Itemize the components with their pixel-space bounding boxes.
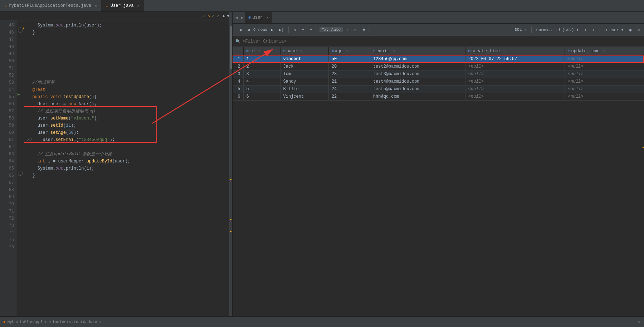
- cell-age-6: 22: [328, 93, 370, 101]
- sort-icon-id[interactable]: ⇅: [258, 49, 260, 54]
- code-line-58: user.setName("vincent");: [27, 115, 232, 122]
- sort-icon-create-time[interactable]: ⇅: [503, 49, 506, 54]
- gear-icon[interactable]: ⚙: [638, 319, 640, 324]
- line-numbers: 4546474849 5051525354 5556575859 6061626…: [0, 20, 17, 316]
- check-icon: ✓: [212, 14, 215, 18]
- db-tab-bar: ◀ ▶ ⊞ user ✕: [233, 12, 644, 24]
- cell-email-3: test3@baomidou.com: [370, 70, 465, 78]
- tab-mybatis-close[interactable]: ✕: [95, 4, 97, 8]
- cell-row-num-4: 4: [233, 78, 243, 86]
- col-header-email[interactable]: ⊞email ⇅: [370, 47, 465, 55]
- col-icon-email: ⊞: [373, 49, 375, 53]
- toolbar-sep-3: [370, 26, 370, 33]
- code-line-52: [27, 72, 232, 79]
- nav-down-icon[interactable]: ▼: [227, 14, 229, 18]
- code-line-68: [27, 186, 232, 194]
- db-tab-user[interactable]: ⊞ user ✕: [245, 12, 272, 23]
- code-mini-scrollbar[interactable]: [229, 20, 232, 316]
- cell-email-4: test4@baomidou.com: [370, 78, 465, 86]
- java-icon-mybatis: ☕: [4, 4, 7, 8]
- export-download[interactable]: ⬇: [582, 27, 589, 33]
- table-row[interactable]: 5 5 Billie 24 test5@baomidou.com <null> …: [233, 86, 644, 93]
- toolbar-add[interactable]: +: [299, 27, 306, 33]
- toolbar-nav-last[interactable]: ▶|: [277, 27, 286, 33]
- toolbar-user[interactable]: ⊞ user ▾: [602, 27, 626, 33]
- toolbar-rollback[interactable]: ↺: [352, 27, 359, 33]
- toolbar-nav-prev[interactable]: ◀: [245, 27, 252, 33]
- code-line-56: User user = new User();: [27, 101, 232, 108]
- cell-id-6: 6: [243, 93, 280, 101]
- status-tab-label[interactable]: MybatisPlusApplicationTests.testUpdate: [8, 320, 97, 324]
- toolbar-settings[interactable]: ⚙: [635, 27, 642, 33]
- code-line-57: // 通过条件自动拼接动态sql: [27, 108, 232, 115]
- col-header-update-time[interactable]: ⊞update_time ⇅: [565, 47, 644, 55]
- toolbar-sep-1: [288, 26, 289, 33]
- code-line-63: // 注意updateById 参数是一个对象: [27, 151, 232, 158]
- cell-name-2: Jack: [280, 63, 328, 70]
- code-line-71: [27, 208, 232, 215]
- code-line-53: //测试更新: [27, 79, 232, 86]
- cell-update-time-1: <null>: [565, 55, 644, 63]
- table-row[interactable]: 4 4 Sandy 21 test4@baomidou.com <null> <…: [233, 78, 644, 86]
- table-row[interactable]: 3 3 Tom 28 test3@baomidou.com <null> <nu…: [233, 70, 644, 78]
- code-content: 4546474849 5051525354 5556575859 6061626…: [0, 20, 232, 316]
- table-row[interactable]: 2 2 Jack 20 test2@baomidou.com <null> <n…: [233, 63, 644, 70]
- col-header-name[interactable]: ⊞name ⇅: [280, 47, 328, 55]
- db-table-icon: ⊞: [248, 15, 250, 20]
- code-line-76: [27, 244, 232, 251]
- col-header-create-time[interactable]: ⊞create_time ⇅: [465, 47, 565, 55]
- cell-age-5: 24: [328, 86, 370, 93]
- cell-row-num-3: 3: [233, 70, 243, 78]
- filter-icon: 🔍: [235, 39, 240, 44]
- editor-area: ⚠ 6 ✓ 2 ▲ ▼ 4546474849 5051525354 555657…: [0, 12, 644, 316]
- tab-user[interactable]: ☕ User.java ✕: [102, 0, 144, 11]
- db-nav-fwd[interactable]: ▶: [239, 15, 245, 20]
- db-nav-back[interactable]: ◀: [234, 15, 239, 20]
- nav-up-icon[interactable]: ▲: [223, 14, 225, 18]
- export-format[interactable]: Comma-...d (CSV) ▾: [534, 27, 581, 33]
- cell-id-2: 2: [243, 63, 280, 70]
- cell-name-6: Vinjcent: [280, 93, 328, 101]
- filter-input[interactable]: [243, 39, 641, 44]
- export-upload[interactable]: ⬆: [590, 27, 597, 33]
- tab-user-close[interactable]: ✕: [137, 4, 140, 8]
- col-header-id[interactable]: ⊞id ⇅: [243, 47, 280, 55]
- cell-update-time-5: <null>: [565, 86, 644, 93]
- sort-icon-update-time[interactable]: ⇅: [603, 49, 605, 54]
- toolbar-view[interactable]: ◉: [627, 27, 634, 33]
- tx-badge: Tx: Auto: [319, 27, 343, 32]
- warning-icon: ⚠: [203, 14, 205, 18]
- col-header-age[interactable]: ⊞age ⇅: [328, 47, 370, 55]
- toolbar-nav-next[interactable]: ▶: [269, 27, 275, 33]
- toolbar-nav-first[interactable]: |◀: [235, 27, 244, 33]
- sort-icon-name[interactable]: ⇅: [300, 49, 303, 54]
- sort-icon-age[interactable]: ⇅: [346, 49, 348, 54]
- code-line-73: [27, 222, 232, 229]
- ddl-button[interactable]: DDL »: [513, 27, 529, 33]
- db-tab-close[interactable]: ✕: [267, 15, 269, 20]
- code-line-55: public void testUpdate(){: [27, 93, 232, 101]
- status-tab-close[interactable]: ✕: [99, 319, 102, 324]
- code-line-61: // user.setEmail("123456#qqq");: [27, 136, 232, 143]
- toolbar-remove[interactable]: −: [308, 27, 314, 33]
- tab-mybatis[interactable]: ☕ MybatisPlusApplicationTests.java ✕: [0, 0, 102, 11]
- status-bar: ▶ MybatisPlusApplicationTests.testUpdate…: [0, 316, 644, 327]
- code-line-65: System.out.println(i);: [27, 165, 232, 172]
- code-lines: System.out.println(user); } //测试更新 @Test…: [24, 20, 232, 316]
- code-line-70: [27, 201, 232, 208]
- table-row[interactable]: 6 6 Vinjcent 22 hhh@qq.com <null> <null>: [233, 93, 644, 101]
- cell-age-2: 20: [328, 63, 370, 70]
- cell-row-num-1: 1: [233, 55, 243, 63]
- cell-id-5: 5: [243, 86, 280, 93]
- sort-icon-email[interactable]: ⇅: [392, 49, 395, 54]
- cell-email-5: test5@baomidou.com: [370, 86, 465, 93]
- code-panel: ⚠ 6 ✓ 2 ▲ ▼ 4546474849 5051525354 555657…: [0, 12, 233, 316]
- table-row[interactable]: 1 1 vincent 50 123456@qq.com 2022-04-07 …: [233, 55, 644, 63]
- toolbar-refresh[interactable]: ↻: [291, 27, 298, 33]
- cell-create-time-5: <null>: [465, 86, 565, 93]
- toolbar-stop[interactable]: ■: [360, 27, 367, 33]
- code-line-75: [27, 236, 232, 244]
- cell-create-time-2: <null>: [465, 63, 565, 70]
- code-line-59: user.setId(1L);: [27, 122, 232, 129]
- toolbar-commit[interactable]: ✓: [344, 27, 351, 33]
